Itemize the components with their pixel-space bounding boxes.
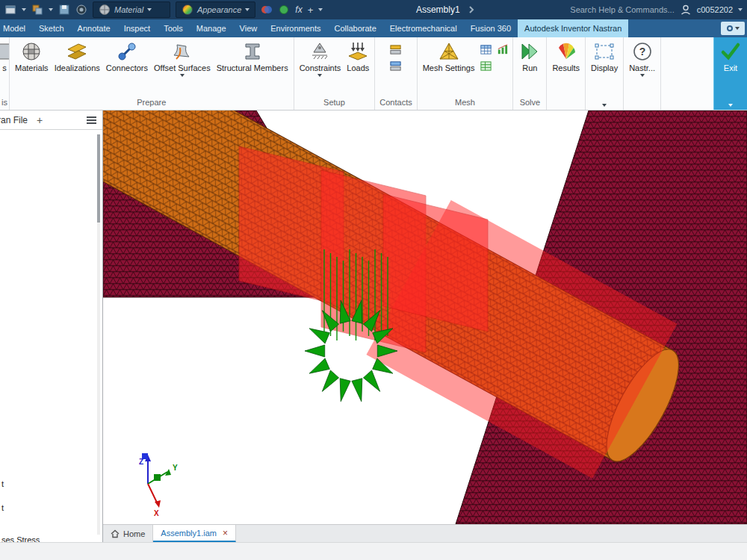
search-input[interactable]: Search Help & Commands... xyxy=(570,5,674,14)
tab-view[interactable]: View xyxy=(233,19,264,37)
viewport-3d[interactable]: Z Y X xyxy=(103,111,747,524)
tab-manage[interactable]: Manage xyxy=(190,19,233,37)
group-label-clipped: is xyxy=(0,96,9,110)
group-label-setup: Setup xyxy=(297,96,372,110)
ribbon-group-exit: Exit xyxy=(713,37,747,110)
display-icon xyxy=(593,40,616,63)
connectors-button[interactable]: Connectors xyxy=(104,39,150,75)
structural-members-button[interactable]: Structural Members xyxy=(214,39,291,75)
appearance-combo-value: Appearance xyxy=(197,5,241,14)
mesh-settings-button[interactable]: Mesh Settings xyxy=(421,39,477,75)
tab-model[interactable]: Model xyxy=(0,19,32,37)
exit-button[interactable]: Exit xyxy=(717,39,744,75)
panel-scrollbar[interactable] xyxy=(97,134,100,535)
tree-item[interactable]: t xyxy=(1,503,4,512)
ribbon-group-display: Display xyxy=(586,37,624,110)
mesh-view-button[interactable] xyxy=(478,58,493,73)
save-icon[interactable] xyxy=(58,4,70,16)
tab-electromechanical[interactable]: Electromechanical xyxy=(383,19,464,37)
ribbon-tab-strip: Model Sketch Annotate Inspect Tools Mana… xyxy=(0,19,747,37)
convergence-chart-icon xyxy=(496,43,509,56)
username-label[interactable]: c0052202 xyxy=(697,5,733,14)
doc-tab-assembly1[interactable]: Assembly1.iam × xyxy=(153,525,236,542)
materials-button[interactable]: Materials xyxy=(13,39,51,75)
auto-contact-icon xyxy=(389,60,402,72)
viewport-canvas[interactable]: Z Y X xyxy=(103,111,747,524)
auto-contact-button[interactable] xyxy=(388,58,403,73)
tab-fusion-360[interactable]: Fusion 360 xyxy=(464,19,518,37)
appearance-combo[interactable]: Appearance xyxy=(176,1,255,18)
view-triad[interactable]: Z Y X xyxy=(139,453,178,517)
document-title: Assembly1 xyxy=(416,4,460,15)
offset-surfaces-button[interactable]: Offset Surfaces xyxy=(152,39,213,78)
tab-collaborate[interactable]: Collaborate xyxy=(328,19,383,37)
ribbon-group-solve: Run Solve xyxy=(513,37,547,110)
panel-menu-icon[interactable] xyxy=(87,115,96,125)
clipped-button[interactable]: s xyxy=(0,39,10,75)
parameters-fx-icon[interactable]: fx xyxy=(295,4,302,15)
materials-icon xyxy=(20,40,43,63)
constraints-button[interactable]: Constraints xyxy=(297,39,344,78)
nastran-menu-button[interactable]: ? Nastr... xyxy=(627,39,657,78)
group-label-nastran xyxy=(627,105,657,110)
chevron-down-icon[interactable] xyxy=(602,104,607,107)
doc-tab-home[interactable]: Home xyxy=(103,525,153,542)
user-avatar-icon[interactable] xyxy=(680,4,692,16)
group-label-exit xyxy=(717,102,744,110)
display-button[interactable]: Display xyxy=(589,39,620,75)
chevron-down-icon xyxy=(180,74,185,77)
ribbon-group-mesh: Mesh Settings Mesh xyxy=(418,37,514,110)
run-button[interactable]: Run xyxy=(516,39,543,75)
green-sphere-icon[interactable] xyxy=(278,4,290,16)
dropdown-caret-icon[interactable] xyxy=(49,8,53,11)
tab-annotate[interactable]: Annotate xyxy=(71,19,117,37)
group-label-contacts: Contacts xyxy=(378,96,413,110)
chevron-down-icon xyxy=(147,8,152,11)
triad-z-label: Z xyxy=(139,458,143,466)
group-label-results xyxy=(550,105,582,110)
target-icon[interactable] xyxy=(75,4,87,16)
model-tree: ttses Stress xyxy=(0,130,102,518)
app-window-icon[interactable] xyxy=(4,4,16,16)
color-sphere-icon[interactable] xyxy=(261,4,273,16)
mesh-view-icon xyxy=(480,60,492,72)
tab-tools[interactable]: Tools xyxy=(157,19,190,37)
layers-icon[interactable] xyxy=(31,4,43,16)
panel-header: ran File + xyxy=(0,111,102,130)
dropdown-caret-icon[interactable] xyxy=(318,8,323,11)
tab-autodesk-inventor-nastran[interactable]: Autodesk Inventor Nastran xyxy=(518,19,628,37)
tab-inspect[interactable]: Inspect xyxy=(117,19,157,37)
status-bar xyxy=(0,542,747,560)
constraints-icon xyxy=(309,40,331,63)
chevron-down-icon[interactable] xyxy=(728,104,733,107)
add-icon[interactable]: + xyxy=(308,4,314,16)
convergence-chart-button[interactable] xyxy=(495,42,509,57)
mesh-table-button[interactable] xyxy=(478,42,493,57)
manual-contact-button[interactable] xyxy=(388,42,403,57)
dropdown-caret-icon[interactable] xyxy=(22,8,26,11)
results-button[interactable]: Results xyxy=(550,39,582,75)
scrollbar-thumb[interactable] xyxy=(97,134,100,223)
chevron-down-icon xyxy=(317,74,322,77)
clipped-icon xyxy=(0,40,10,63)
appearance-sphere-icon xyxy=(182,4,193,16)
group-label-prepare: Prepare xyxy=(13,96,291,110)
chevron-down-icon xyxy=(640,74,645,77)
close-icon[interactable]: × xyxy=(223,528,228,538)
panel-tab-nastran-file[interactable]: ran File xyxy=(0,115,28,125)
tab-environments[interactable]: Environments xyxy=(264,19,327,37)
group-label-display xyxy=(589,102,620,110)
idealizations-button[interactable]: Idealizations xyxy=(52,39,102,75)
structural-members-icon xyxy=(241,40,264,63)
ribbon-group-setup: Constraints Loads Setup xyxy=(294,37,376,110)
add-panel-button[interactable]: + xyxy=(37,114,43,126)
dropdown-caret-icon[interactable] xyxy=(738,8,743,11)
ribbon-options-button[interactable] xyxy=(721,22,745,35)
material-combo[interactable]: Material xyxy=(93,1,170,18)
tab-sketch[interactable]: Sketch xyxy=(32,19,71,37)
chevron-right-icon[interactable] xyxy=(465,4,477,16)
section-planes[interactable] xyxy=(239,146,488,352)
loads-button[interactable]: Loads xyxy=(344,39,371,75)
tree-item[interactable]: t xyxy=(1,479,4,488)
document-tab-bar: Home Assembly1.iam × xyxy=(103,524,747,542)
